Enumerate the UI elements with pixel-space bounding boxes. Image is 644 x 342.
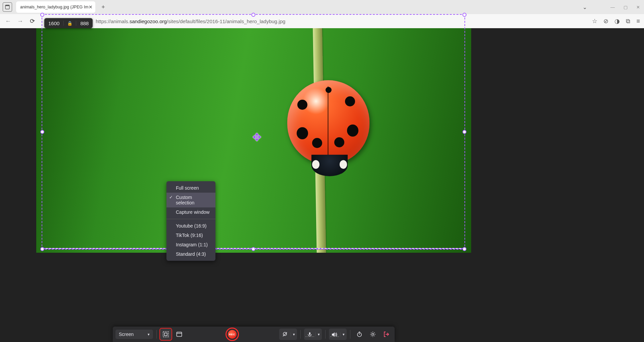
aspect-lock-icon[interactable]: 🔒 — [63, 21, 76, 26]
svg-rect-2 — [163, 332, 168, 337]
account-icon[interactable]: ◑ — [614, 17, 620, 25]
resize-handle-bl[interactable] — [40, 247, 44, 251]
chevron-down-icon[interactable]: ▾ — [315, 332, 322, 337]
chevron-down-icon[interactable]: ▾ — [340, 332, 347, 337]
popup-item-fullscreen[interactable]: Full screen — [166, 183, 215, 193]
custom-area-button[interactable] — [160, 329, 171, 340]
move-cursor-icon: ✥ — [252, 131, 261, 144]
record-button[interactable]: REC — [226, 328, 239, 341]
window-capture-button[interactable] — [174, 329, 185, 340]
microphone-toggle[interactable]: ▾ — [304, 329, 322, 340]
popup-item-tiktok[interactable]: TikTok (9:16) — [166, 231, 215, 240]
selection-width[interactable]: 1600 — [44, 20, 63, 26]
reload-button[interactable]: ⟳ — [28, 17, 36, 25]
extensions-icon[interactable]: ⧉ — [626, 18, 630, 25]
resize-handle-tr[interactable] — [462, 13, 466, 17]
source-label: Screen — [119, 332, 134, 337]
svg-rect-3 — [164, 333, 167, 336]
window-controls: ― ▢ ✕ — [610, 5, 644, 10]
new-tab-button[interactable]: + — [99, 4, 108, 11]
resize-handle-mr[interactable] — [462, 130, 466, 134]
bookmark-star-icon[interactable]: ☆ — [592, 17, 597, 25]
resize-handle-tm[interactable] — [251, 13, 255, 17]
capture-mode-popup: Full screen ✓ Custom selection Capture w… — [166, 181, 215, 261]
menu-icon[interactable]: ≡ — [636, 18, 640, 25]
tab-history-icon[interactable] — [3, 2, 12, 12]
tabs-dropdown-icon[interactable]: ⌄ — [583, 4, 587, 10]
popup-item-youtube[interactable]: Youtube (16:9) — [166, 221, 215, 231]
resize-handle-ml[interactable] — [40, 130, 44, 134]
system-audio-toggle[interactable]: ▾ — [329, 329, 347, 340]
selection-height[interactable]: 888 — [76, 20, 93, 26]
timer-button[interactable] — [354, 329, 365, 340]
url-prefix: https://animals. — [96, 18, 130, 24]
record-label: REC — [228, 330, 237, 339]
chevron-down-icon[interactable]: ▾ — [291, 332, 297, 337]
close-tab-icon[interactable]: ✕ — [89, 4, 93, 10]
source-dropdown[interactable]: Screen ▾ — [115, 330, 153, 339]
popup-item-capture-window[interactable]: Capture window — [166, 207, 215, 217]
chevron-down-icon: ▾ — [148, 332, 150, 337]
url-domain: sandiegozoo.org — [130, 18, 167, 24]
url-suffix: /sites/default/files/2016-11/animals_her… — [167, 18, 286, 24]
svg-rect-1 — [5, 5, 9, 6]
selection-dimensions: 1600 🔒 888 — [44, 18, 93, 28]
resize-handle-bm[interactable] — [251, 247, 255, 251]
minimize-icon[interactable]: ― — [610, 5, 615, 10]
resize-handle-tl[interactable] — [40, 13, 44, 17]
browser-tab-bar: animals_hero_ladybug.jpg (JPEG Im ✕ + ⌄ … — [0, 0, 644, 14]
page-content — [0, 28, 644, 342]
exit-button[interactable] — [381, 329, 392, 340]
popup-item-standard[interactable]: Standard (4:3) — [166, 249, 215, 259]
popup-item-custom-selection[interactable]: ✓ Custom selection — [166, 193, 215, 207]
tab-title: animals_hero_ladybug.jpg (JPEG Im — [20, 5, 89, 9]
svg-point-14 — [372, 333, 374, 335]
back-button[interactable]: ← — [4, 18, 12, 25]
popup-item-instagram[interactable]: Instagram (1:1) — [166, 240, 215, 249]
popup-separator — [166, 219, 215, 219]
address-bar: ← → ⟳ 🔒 https://animals.sandiegozoo.org/… — [0, 14, 644, 28]
browser-tab[interactable]: animals_hero_ladybug.jpg (JPEG Im ✕ — [16, 1, 95, 13]
pocket-icon[interactable]: ⊘ — [603, 17, 608, 25]
svg-rect-8 — [309, 332, 310, 335]
recording-toolbar: Screen ▾ REC ▾ ▾ ▾ — [113, 327, 395, 342]
settings-button[interactable] — [367, 329, 379, 340]
webcam-toggle[interactable]: ▾ — [279, 329, 297, 340]
forward-button[interactable]: → — [16, 18, 24, 25]
resize-handle-br[interactable] — [462, 247, 466, 251]
check-icon: ✓ — [169, 195, 173, 200]
url-field[interactable]: 🔒 https://animals.sandiegozoo.org/sites/… — [40, 18, 588, 24]
maximize-icon[interactable]: ▢ — [624, 5, 628, 10]
svg-rect-4 — [177, 332, 182, 337]
close-window-icon[interactable]: ✕ — [636, 5, 640, 10]
